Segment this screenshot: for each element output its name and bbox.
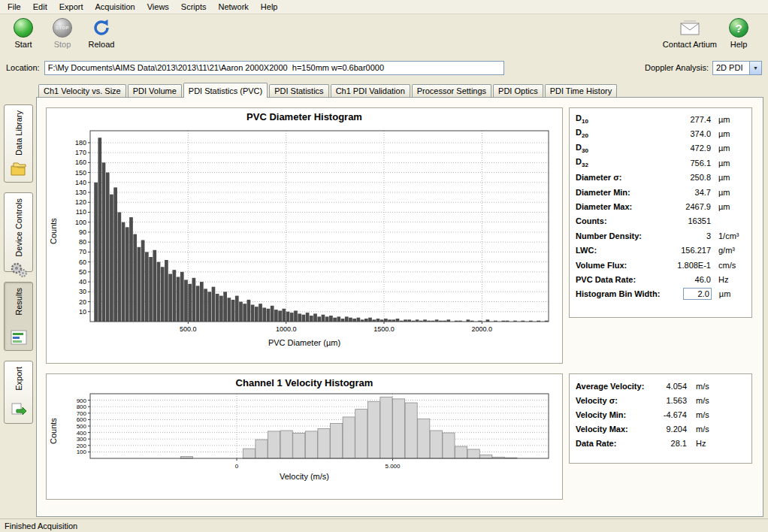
stat-unit: Hz bbox=[711, 275, 745, 284]
svg-text:0: 0 bbox=[235, 463, 239, 470]
location-input[interactable] bbox=[44, 61, 504, 75]
svg-text:300: 300 bbox=[77, 436, 87, 443]
stat-unit: m/s bbox=[687, 396, 709, 405]
svg-text:170: 170 bbox=[75, 149, 86, 156]
stat-value: 756.1 bbox=[658, 159, 711, 168]
tab-pdi-volume[interactable]: PDI Volume bbox=[128, 84, 182, 97]
sidebar-item-device-controls[interactable]: Device Controls bbox=[4, 192, 33, 272]
svg-text:90: 90 bbox=[79, 228, 86, 236]
menu-item-views[interactable]: Views bbox=[141, 1, 175, 13]
svg-text:110: 110 bbox=[76, 208, 86, 216]
tab-processor-settings[interactable]: Processor Settings bbox=[412, 84, 491, 97]
velocity-histogram-chart: 10020030040050060070080090005.000 bbox=[60, 391, 558, 472]
stat-row-counts: Counts:16351 bbox=[570, 214, 751, 228]
stat-row-velocity-min: Velocity Min:-4.674m/s bbox=[570, 407, 751, 422]
svg-text:100: 100 bbox=[77, 449, 87, 455]
svg-text:600: 600 bbox=[77, 416, 87, 423]
tab-pdi-optics[interactable]: PDI Optics bbox=[493, 84, 543, 97]
doppler-analysis-label: Doppler Analysis: bbox=[645, 63, 709, 72]
sidebar-item-data-library[interactable]: Data Library bbox=[4, 104, 33, 183]
tab-pdi-statistics-pvc[interactable]: PDI Statistics (PVC) bbox=[183, 83, 268, 98]
tab-bar: Ch1 Velocity vs. SizePDI VolumePDI Stati… bbox=[36, 82, 763, 97]
chevron-down-icon: ▼ bbox=[749, 62, 761, 74]
stat-unit: m/s bbox=[687, 410, 709, 419]
velocity-chart-xlabel: Velocity (m/s) bbox=[47, 472, 562, 484]
toolbar: Start STOP Stop Reload Contact Artium ? … bbox=[0, 14, 768, 58]
stat-value: 4.054 bbox=[654, 382, 687, 391]
svg-text:20: 20 bbox=[79, 298, 86, 306]
reload-button[interactable]: Reload bbox=[84, 18, 119, 49]
tab-ch1-velocity-vs-size[interactable]: Ch1 Velocity vs. Size bbox=[38, 84, 126, 97]
menu-item-export[interactable]: Export bbox=[53, 1, 89, 13]
svg-text:200: 200 bbox=[77, 443, 87, 449]
stop-button[interactable]: STOP Stop bbox=[45, 18, 80, 49]
stat-unit: m/s bbox=[687, 425, 709, 434]
sidebar-item-export[interactable]: Export bbox=[4, 361, 33, 424]
tab-pdi-statistics[interactable]: PDI Statistics bbox=[269, 84, 328, 97]
stat-unit: m/s bbox=[687, 382, 709, 391]
svg-text:500: 500 bbox=[77, 423, 87, 430]
doppler-analysis-group: Doppler Analysis: 2D PDI ▼ bbox=[645, 61, 762, 75]
start-button[interactable]: Start bbox=[6, 18, 41, 49]
stat-value: 374.0 bbox=[658, 129, 711, 138]
menu-item-edit[interactable]: Edit bbox=[27, 1, 53, 13]
sidebar-item-label: Device Controls bbox=[14, 198, 23, 257]
stat-label: Velocity Max: bbox=[576, 425, 654, 434]
stat-label: D20 bbox=[576, 128, 658, 139]
stat-row-pvc-data-rate: PVC Data Rate:46.0Hz bbox=[570, 272, 751, 286]
content-area: Ch1 Velocity vs. SizePDI VolumePDI Stati… bbox=[36, 82, 763, 517]
stat-row-diameter-min: Diameter Min:34.7µm bbox=[570, 185, 751, 199]
stat-value: 472.9 bbox=[658, 144, 711, 153]
start-icon bbox=[14, 18, 33, 38]
svg-text:900: 900 bbox=[77, 397, 87, 404]
contact-artium-button[interactable]: Contact Artium bbox=[663, 18, 717, 49]
pvc-histogram-chart: 1020304050607080901001101201301401501601… bbox=[60, 125, 558, 338]
stat-label: Average Velocity: bbox=[576, 382, 654, 391]
stat-label: Velocity Min: bbox=[576, 410, 654, 419]
stat-value: 2467.9 bbox=[658, 202, 711, 211]
stat-value: 277.4 bbox=[658, 115, 711, 124]
stat-row-diameter-max: Diameter Max:2467.9µm bbox=[570, 199, 751, 213]
histogram-bin-width-input[interactable] bbox=[683, 288, 712, 300]
tab-pdi-time-history[interactable]: PDI Time History bbox=[545, 84, 618, 97]
pvc-histogram-panel: PVC Diameter Histogram Counts 1020304050… bbox=[46, 107, 563, 364]
pvc-chart-xlabel: PVC Diameter (µm) bbox=[47, 338, 562, 350]
stat-unit: g/m³ bbox=[711, 246, 745, 255]
menu-item-file[interactable]: File bbox=[2, 1, 27, 13]
menu-item-acquisition[interactable]: Acquisition bbox=[89, 1, 141, 13]
sidebar-item-label: Data Library bbox=[14, 110, 23, 156]
menu-item-scripts[interactable]: Scripts bbox=[175, 1, 213, 13]
sidebar-item-label: Export bbox=[14, 367, 23, 391]
location-label: Location: bbox=[6, 63, 40, 72]
stat-row-d20: D20374.0µm bbox=[570, 126, 751, 141]
stat-value: 16351 bbox=[658, 216, 711, 225]
sidebar-item-results[interactable]: Results bbox=[4, 282, 33, 351]
menu-bar: FileEditExportAcquisitionViewsScriptsNet… bbox=[0, 0, 768, 14]
velocity-stats-panel: Average Velocity:4.054m/sVelocity σ:1.56… bbox=[569, 373, 752, 464]
menu-item-help[interactable]: Help bbox=[255, 1, 284, 13]
tab-ch1-pdi-validation[interactable]: Ch1 PDI Validation bbox=[331, 84, 410, 97]
svg-text:130: 130 bbox=[75, 189, 86, 196]
stat-label: Data Rate: bbox=[576, 439, 654, 448]
stat-row-histogram-bin-width: Histogram Bin Width:µm bbox=[570, 287, 751, 301]
stat-label: Histogram Bin Width: bbox=[576, 289, 660, 298]
svg-text:60: 60 bbox=[79, 258, 86, 266]
tab-page-pdi-statistics-pvc: PVC Diameter Histogram Counts 1020304050… bbox=[36, 97, 763, 517]
data-library-icon bbox=[10, 162, 28, 178]
help-icon: ? bbox=[729, 18, 748, 38]
svg-text:160: 160 bbox=[75, 159, 86, 166]
menu-item-network[interactable]: Network bbox=[212, 1, 254, 13]
svg-text:5.000: 5.000 bbox=[386, 463, 401, 470]
stat-row-velocity-max: Velocity Max:9.204m/s bbox=[570, 422, 751, 436]
help-button[interactable]: ? Help bbox=[721, 18, 756, 49]
svg-text:2000.0: 2000.0 bbox=[472, 325, 493, 333]
svg-text:1500.0: 1500.0 bbox=[373, 325, 395, 333]
reload-icon bbox=[92, 18, 111, 38]
help-button-label: Help bbox=[730, 40, 748, 49]
device-controls-icon bbox=[10, 261, 28, 280]
doppler-analysis-select[interactable]: 2D PDI ▼ bbox=[712, 61, 762, 75]
velocity-chart-ylabel: Counts bbox=[47, 391, 60, 472]
svg-text:40: 40 bbox=[79, 278, 86, 286]
stat-unit: µm bbox=[712, 289, 745, 298]
doppler-analysis-value: 2D PDI bbox=[713, 62, 749, 74]
